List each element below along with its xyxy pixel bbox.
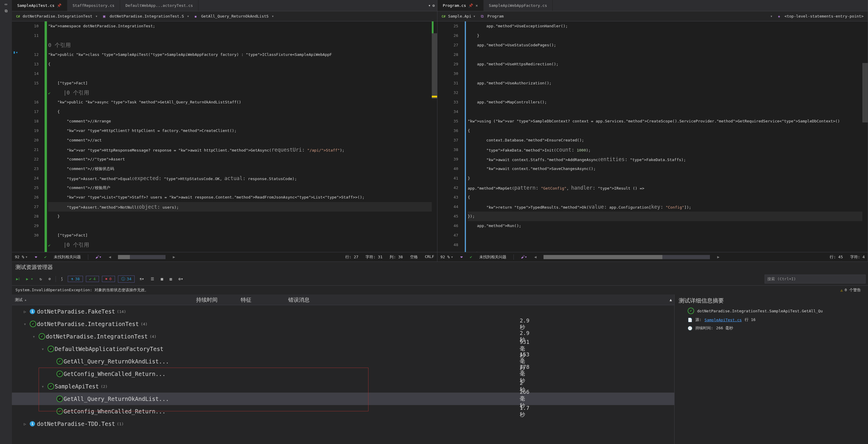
duration-value: 266 毫秒 [716, 325, 733, 331]
nav-project-label: Sample.Api [448, 14, 471, 19]
tab-overflow-icon[interactable]: ▾ [428, 3, 431, 8]
nav-class[interactable]: Program ▾ [479, 14, 774, 19]
warnings-indicator[interactable]: ⚠ 0 个警告 [837, 287, 864, 293]
char-indicator[interactable]: 字符: 4 [850, 254, 865, 260]
cancel-button[interactable]: ⊘ [46, 276, 53, 282]
gutter-right: 2526272829303132333435363738394041424344… [437, 22, 464, 252]
layout-button-3[interactable]: ▥ [168, 276, 174, 282]
duration-label: 持续时间: [695, 325, 713, 331]
nav-class-label: dotNetParadise.IntegrationTest.S [110, 14, 184, 19]
nav-class[interactable]: dotNetParadise.IntegrationTest.S ▾ [101, 14, 191, 19]
tab-defaultwebapp[interactable]: DefaultWebApp...actoryTest.cs [120, 0, 198, 11]
test-row[interactable]: GetConfig_WhenCalled_Return...778 毫秒 [12, 368, 674, 380]
search-input[interactable]: 搜索 (Ctrl+I) [765, 275, 866, 284]
line-indicator[interactable]: 行: 45 [830, 254, 843, 260]
test-count-fail[interactable]: ✖ 0 [102, 276, 115, 282]
test-count-pass[interactable]: ✔ 4 [86, 276, 99, 282]
eol-indicator[interactable]: CRLF [425, 254, 434, 260]
chevron-down-icon: ▾ [187, 14, 189, 19]
tab-sampleapiwebappfactory[interactable]: SampleApiWebAppFactory.cs [484, 0, 553, 11]
test-row[interactable]: GetAll_Query_ReturnOkAndList...266 毫秒 [12, 392, 674, 405]
nav-project-label: dotNetParadise.IntegrationTest [23, 14, 92, 19]
breadcrumb-right: Sample.Api ▾ Program ▾ <top-level-statem… [437, 11, 868, 22]
tab-staffrepository[interactable]: StaffRepository.cs [67, 0, 120, 11]
line-indicator[interactable]: 行: 27 [345, 254, 359, 260]
test-row[interactable]: GetConfig_WhenCalled_Return...1.7 秒 [12, 405, 674, 417]
run-all-button[interactable]: ▶⁞ [14, 276, 21, 282]
gutter-left: 1011121314151617181920212223242526272829… [18, 22, 44, 252]
tool-icon-1[interactable]: ▭ [5, 2, 7, 6]
flask-dropdown-button[interactable]: ⚗▾ [137, 276, 146, 282]
h-scrollbar-left[interactable] [118, 255, 165, 259]
zoom-level[interactable]: 92 % [15, 255, 28, 259]
tab-label: SampleApiWebAppFactory.cs [489, 3, 547, 8]
scroll-up-icon[interactable]: ▲ [667, 297, 674, 302]
class-icon [103, 14, 108, 19]
left-tool-strip: ▭ ⧉ [0, 0, 12, 444]
brush-icon[interactable]: 🖌▾ [521, 255, 527, 259]
health-icon[interactable]: ❤ [35, 255, 37, 259]
indent-indicator[interactable]: 空格 [410, 254, 418, 260]
brush-icon[interactable]: 🖌▾ [95, 255, 102, 259]
scrollbar-right[interactable] [862, 22, 868, 252]
col-error[interactable]: 错误消息 [285, 296, 667, 304]
test-columns-header: 测试 ▴ 持续时间 特征 错误消息 ▲ [12, 294, 674, 305]
pin-icon[interactable]: 📌 [468, 3, 473, 8]
tab-sampleapitest[interactable]: SampleApiTest.cs 📌 [12, 0, 67, 11]
layout-button-2[interactable]: ▦ [159, 276, 165, 282]
tool-icon-2[interactable]: ⧉ [5, 9, 7, 13]
scrollbar-left[interactable] [432, 22, 437, 252]
col-test[interactable]: 测试 ▴ [12, 297, 193, 303]
settings-button[interactable]: ⚙▾ [177, 276, 185, 282]
nav-next-icon[interactable]: ▶ [173, 255, 175, 259]
close-icon[interactable]: ✕ [475, 3, 478, 8]
code-left[interactable]: "kw">namespace dotNetParadise.Integratio… [47, 22, 437, 252]
csharp-icon [16, 14, 21, 19]
tab-program[interactable]: Program.cs 📌 ✕ [437, 0, 484, 11]
nav-method[interactable]: <top-level-statements-entry-point> [776, 14, 865, 19]
test-count-total[interactable]: ⚗ 38 [68, 276, 83, 282]
nav-prev-icon[interactable]: ◀ [109, 255, 111, 259]
nav-project[interactable]: dotNetParadise.IntegrationTest ▾ [14, 14, 99, 19]
source-link[interactable]: SampleApiTest.cs [705, 318, 742, 322]
ok-icon: ✔ [44, 255, 46, 259]
test-row[interactable]: ▷dotNetParadise-TDD.Test(1) [12, 417, 674, 430]
zoom-level[interactable]: 92 % [440, 255, 453, 259]
nav-next-icon[interactable]: ▶ [717, 255, 719, 259]
col-indicator[interactable]: 列: 38 [390, 254, 403, 260]
test-count-info[interactable]: ⓘ 34 [118, 276, 135, 283]
reference-icon[interactable]: ▮◂ [13, 50, 18, 54]
col-trait[interactable]: 特征 [238, 296, 285, 304]
run-button[interactable]: ▶ ▾ [24, 276, 35, 282]
ok-icon: ✔ [470, 255, 472, 259]
test-explorer-panel: 测试资源管理器 ▶⁞ ▶ ▾ ↻ ⊘ ⟆ ⚗ 38 ✔ 4 ✖ 0 ⓘ 34 ⚗… [12, 261, 868, 444]
entry-icon [778, 14, 783, 19]
pin-icon[interactable]: 📌 [57, 3, 62, 8]
test-row[interactable]: ▷dotNetParadise.FakeTest(14) [12, 305, 674, 318]
health-icon[interactable]: ❤ [460, 255, 463, 259]
code-right[interactable]: app."method">UseExceptionHandler(); } ap… [467, 22, 868, 252]
warning-icon: ⚠ [841, 288, 843, 292]
test-row[interactable]: ▿dotNetParadise.IntegrationTest(4)2.9 秒 [12, 318, 674, 330]
repeat-button[interactable]: ↻ [38, 276, 44, 282]
filter-button[interactable]: ⟆ [59, 276, 65, 282]
tab-settings-icon[interactable]: ⚙ [432, 3, 435, 8]
source-icon: 📄 [688, 318, 692, 322]
char-indicator[interactable]: 字符: 31 [366, 254, 382, 260]
breadcrumb-left: dotNetParadise.IntegrationTest ▾ dotNetP… [12, 11, 437, 22]
nav-project[interactable]: Sample.Api ▾ [440, 14, 477, 19]
pass-icon [688, 308, 694, 314]
code-editor-left[interactable]: ▮◂ 1011121314151617181920212223242526272… [12, 22, 437, 252]
layout-button-1[interactable]: ☰ [149, 276, 156, 282]
code-editor-right[interactable]: 2526272829303132333435363738394041424344… [437, 22, 868, 252]
search-placeholder: 搜索 (Ctrl+I) [767, 276, 796, 282]
nav-prev-icon[interactable]: ◀ [534, 255, 537, 259]
col-duration[interactable]: 持续时间 [193, 296, 238, 304]
tabs-left: SampleApiTest.cs 📌 StaffRepository.cs De… [12, 0, 437, 11]
nav-method[interactable]: GetAll_Query_ReturnOkAndListS ▾ [193, 14, 276, 19]
chevron-down-icon: ▾ [95, 14, 98, 19]
h-scrollbar-right[interactable] [544, 255, 710, 259]
method-icon [195, 14, 199, 19]
test-tree[interactable]: ▷dotNetParadise.FakeTest(14)▿dotNetParad… [12, 305, 674, 444]
test-toolbar: ▶⁞ ▶ ▾ ↻ ⊘ ⟆ ⚗ 38 ✔ 4 ✖ 0 ⓘ 34 ⚗▾ ☰ ▦ ▥ … [12, 273, 868, 286]
